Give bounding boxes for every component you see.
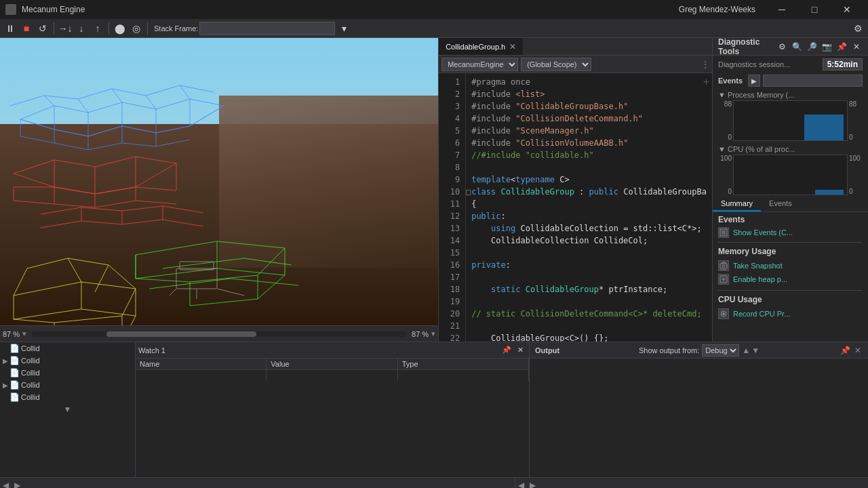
- events-summary-title: Events: [718, 215, 863, 224]
- output-icon-row: ▲ ▼: [742, 346, 760, 355]
- tree-label: Collid: [21, 393, 40, 401]
- cpu-chart-title: CPU (% of all proc...: [728, 145, 795, 153]
- stack-frame-dropdown[interactable]: ▾: [336, 21, 351, 36]
- output-source-label: Show output from:: [639, 346, 699, 354]
- svg-rect-47: [720, 264, 727, 269]
- tab-collidable-group[interactable]: CollidableGroup.h ✕: [439, 38, 523, 55]
- tab-summary[interactable]: Summary: [713, 197, 761, 211]
- scroll-left-icon[interactable]: ◀: [0, 481, 12, 489]
- output-source-row: Show output from: Debug ▲ ▼: [639, 344, 760, 357]
- watch-name-cell[interactable]: [136, 370, 267, 381]
- memory-usage-section: Memory Usage Take Snapshot Enable heap p…: [718, 247, 863, 286]
- memory-y-axis-left: 88 0: [715, 100, 732, 141]
- cpu-section: ▼ CPU (% of all proc... 100 0 100 0: [713, 142, 868, 197]
- enable-heap-button[interactable]: Enable heap p...: [718, 272, 863, 286]
- tree-item[interactable]: 📄 Collid: [0, 342, 135, 354]
- session-label: Diagnostics session...: [718, 60, 790, 68]
- 3d-viewport[interactable]: [0, 38, 438, 325]
- stack-frame-input[interactable]: [199, 22, 335, 35]
- tab-close-icon[interactable]: ✕: [509, 42, 516, 52]
- file-icon: 📄: [9, 392, 20, 402]
- cpu-section-arrow: ▼: [718, 145, 728, 153]
- minimize-button[interactable]: ─: [766, 0, 797, 19]
- watch-title: Watch 1: [138, 346, 165, 354]
- code-content[interactable]: #pragma once #include <list> #include "C…: [466, 73, 712, 342]
- diag-settings-icon[interactable]: ⚙: [776, 41, 788, 53]
- svg-line-13: [146, 96, 156, 109]
- add-code-button[interactable]: +: [703, 76, 709, 88]
- svg-rect-38: [176, 268, 217, 289]
- tree-item[interactable]: 📄 Collid: [0, 391, 135, 403]
- zoom-dropdown-right[interactable]: ▾: [431, 329, 435, 338]
- breakpoints-button[interactable]: ⬤: [113, 21, 127, 36]
- output-pin-icon[interactable]: 📌: [839, 346, 852, 355]
- app-icon: [5, 4, 16, 15]
- svg-line-11: [78, 99, 88, 113]
- cpu-y-axis-left: 100 0: [715, 155, 732, 195]
- solution-explorer-panel: 📄 Collid ▶ 📄 Collid 📄 Collid ▶ 📄 Collid …: [0, 342, 136, 477]
- pause-button[interactable]: ⏸: [3, 21, 18, 36]
- maximize-button[interactable]: □: [799, 0, 830, 19]
- tree-expander: ▶: [3, 357, 8, 365]
- output-controls: 📌 ✕: [839, 346, 863, 355]
- process-memory-title: ▼: [718, 91, 728, 99]
- diag-pin-icon[interactable]: 📌: [835, 41, 848, 53]
- take-snapshot-button[interactable]: Take Snapshot: [718, 259, 863, 272]
- diag-camera-icon[interactable]: 📷: [821, 41, 833, 53]
- cpu-chart-row: 100 0 100 0: [715, 155, 865, 195]
- divider-1: [718, 242, 863, 243]
- memory-min-right: 0: [849, 134, 865, 141]
- scroll-right-icon[interactable]: ▶: [12, 481, 23, 489]
- events-control-row: Events ▶: [713, 73, 868, 88]
- output-down-icon[interactable]: ▼: [751, 346, 760, 355]
- titlebar: Mecanum Engine Greg Mendez-Weeks ─ □ ✕: [0, 0, 868, 19]
- output-close-icon[interactable]: ✕: [853, 346, 863, 355]
- tab-events[interactable]: Events: [761, 197, 800, 211]
- tree-item[interactable]: ▶ 📄 Collid: [0, 354, 135, 367]
- zoom-dropdown-left[interactable]: ▾: [22, 329, 26, 338]
- step-over-button[interactable]: →↓: [58, 21, 73, 36]
- watch-table[interactable]: [136, 370, 529, 477]
- tree-item[interactable]: ▶ 📄 Collid: [0, 379, 135, 391]
- editor-settings-icon[interactable]: ⋮: [701, 60, 709, 69]
- show-events-row[interactable]: Show Events (C...: [718, 227, 863, 238]
- events-play-button[interactable]: ▶: [748, 75, 760, 87]
- scope-selector-global[interactable]: (Global Scope): [521, 58, 591, 71]
- scroll-right-icon-2[interactable]: ▶: [527, 481, 538, 489]
- diag-close-icon[interactable]: ✕: [850, 41, 863, 53]
- record-cpu-label: Record CPU Pr...: [733, 310, 790, 318]
- close-button[interactable]: ✕: [831, 0, 863, 19]
- file-icon: 📄: [9, 368, 20, 378]
- scope-selector-file[interactable]: MecanumEngine: [441, 58, 518, 71]
- watch-pin-icon[interactable]: 📌: [500, 344, 513, 357]
- process-memory-label: Process Memory (...: [728, 91, 794, 99]
- scroll-left-icon-2[interactable]: ◀: [515, 481, 527, 489]
- cpu-usage-section: CPU Usage Record CPU Pr...: [718, 295, 863, 321]
- record-cpu-button[interactable]: Record CPU Pr...: [718, 307, 863, 321]
- output-up-icon[interactable]: ▲: [742, 346, 750, 355]
- file-icon: 📄: [9, 344, 20, 353]
- content-area: 87 % ▾ 87 % ▾ CollidableGroup.h ✕ Mecanu…: [0, 38, 868, 342]
- output-source-select[interactable]: Debug: [702, 344, 739, 357]
- tree-item[interactable]: 📄 Collid: [0, 367, 135, 379]
- editor-panel: CollidableGroup.h ✕ MecanumEngine (Globa…: [439, 38, 712, 342]
- settings-icon[interactable]: ⚙: [850, 21, 865, 36]
- enable-heap-label: Enable heap p...: [733, 275, 787, 283]
- new-breakpoint-button[interactable]: ◎: [129, 21, 144, 36]
- viewport-toolbar: 87 % ▾ 87 % ▾: [0, 325, 438, 342]
- diag-zoom-in-icon[interactable]: 🔍: [791, 41, 803, 53]
- diag-zoom-out-icon[interactable]: 🔎: [806, 41, 818, 53]
- diagnostic-title: Diagnostic Tools: [718, 38, 776, 56]
- file-icon: 📄: [9, 356, 20, 365]
- stop-button[interactable]: ■: [19, 21, 34, 36]
- cpu-max-right: 100: [849, 155, 865, 162]
- output-content[interactable]: [530, 359, 868, 477]
- step-out-button[interactable]: ↑: [90, 21, 105, 36]
- process-memory-chart: [733, 100, 848, 141]
- step-into-button[interactable]: ↓: [74, 21, 89, 36]
- events-input[interactable]: [763, 75, 863, 87]
- tree-scroll-down[interactable]: ▼: [0, 403, 135, 415]
- watch-close-icon[interactable]: ✕: [514, 344, 526, 357]
- restart-button[interactable]: ↺: [35, 21, 50, 36]
- watch-row-empty[interactable]: [136, 370, 529, 381]
